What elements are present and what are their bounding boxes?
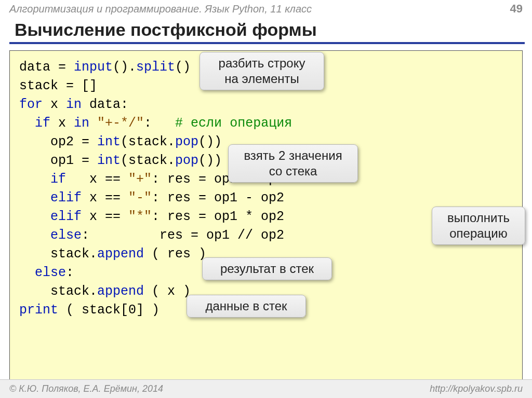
copyright: © К.Ю. Поляков, Е.А. Ерёмин, 2014 bbox=[9, 383, 163, 394]
code-block: data = input().split() stack = [] for x … bbox=[9, 50, 523, 398]
callout-op: выполнитьоперацию bbox=[432, 207, 525, 245]
title-underline bbox=[9, 42, 525, 44]
footer-url: http://kpolyakov.spb.ru bbox=[430, 383, 523, 394]
callout-pop: взять 2 значениясо стека bbox=[228, 144, 358, 183]
callout-push-res: результат в стек bbox=[202, 257, 332, 280]
callout-push-data: данные в стек bbox=[187, 295, 306, 318]
slide-footer: © К.Ю. Поляков, Е.А. Ерёмин, 2014 http:/… bbox=[0, 379, 532, 398]
slide-header: Алгоритмизация и программирование. Язык … bbox=[0, 0, 532, 17]
slide-title: Вычисление постфиксной формы bbox=[0, 17, 532, 42]
course-label: Алгоритмизация и программирование. Язык … bbox=[9, 3, 312, 15]
page-number: 49 bbox=[510, 2, 523, 16]
callout-split: разбить строкуна элементы bbox=[200, 52, 324, 90]
